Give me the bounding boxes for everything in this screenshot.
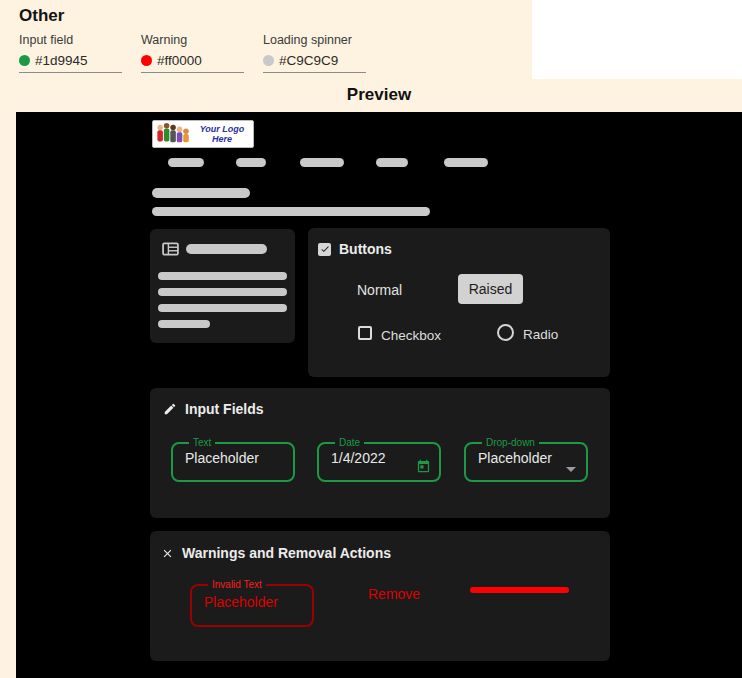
preview-panel: Your Logo Here — [16, 112, 742, 678]
radio-label: Radio — [523, 327, 558, 342]
table-title-skeleton — [186, 244, 267, 254]
other-section-title: Other — [19, 6, 64, 26]
warnings-card-title: Warnings and Removal Actions — [182, 545, 391, 561]
color-dot-icon[interactable] — [263, 55, 274, 66]
buttons-card: Buttons Normal Raised Checkbox Radio — [308, 228, 610, 377]
nav-skeleton-pill — [376, 158, 408, 167]
color-field-label: Input field — [19, 33, 122, 47]
nav-skeleton-pill — [236, 158, 266, 167]
top-right-panel — [532, 0, 742, 79]
buttons-card-title: Buttons — [339, 241, 392, 257]
normal-button[interactable]: Normal — [357, 282, 402, 298]
logo-text: Your Logo Here — [193, 124, 253, 144]
dropdown-input-label: Drop-down — [482, 438, 539, 448]
heading-skeleton-line — [152, 188, 250, 198]
input-fields-card-title: Input Fields — [185, 401, 264, 417]
pencil-icon — [163, 402, 177, 416]
color-field-loading-spinner[interactable]: Loading spinner #C9C9C9 — [263, 33, 366, 73]
color-dot-icon[interactable] — [141, 55, 152, 66]
invalid-text-input-value[interactable]: Placeholder — [204, 594, 312, 610]
subheading-skeleton-line — [152, 207, 430, 216]
checkbox-unchecked[interactable] — [358, 326, 372, 340]
text-input[interactable]: Text Placeholder — [171, 438, 295, 482]
color-dot-icon[interactable] — [19, 55, 30, 66]
people-clipart-icon — [155, 122, 193, 146]
nav-skeleton-pill — [300, 158, 344, 167]
chevron-down-icon[interactable] — [566, 467, 576, 472]
remove-link[interactable]: Remove — [368, 586, 420, 602]
color-field-label: Loading spinner — [263, 33, 366, 47]
invalid-text-input[interactable]: Invalid Text Placeholder — [190, 580, 314, 627]
table-row-skeleton — [158, 320, 210, 328]
warning-progress-bar — [470, 587, 569, 593]
table-row-skeleton — [158, 272, 287, 280]
color-hex-value[interactable]: #1d9945 — [35, 53, 88, 68]
your-logo-image: Your Logo Here — [152, 120, 254, 148]
theme-editor-page: Other Input field #1d9945 Warning #ff000… — [0, 0, 742, 678]
input-fields-card: Input Fields Text Placeholder Date 1/4/2… — [150, 388, 610, 518]
close-icon — [161, 547, 174, 560]
calendar-icon[interactable] — [416, 459, 431, 474]
color-field-label: Warning — [141, 33, 244, 47]
radio-button[interactable] — [497, 324, 514, 341]
table-skeleton-card — [150, 229, 295, 343]
date-input[interactable]: Date 1/4/2022 — [317, 438, 441, 482]
preview-heading: Preview — [16, 85, 742, 105]
color-field-input-field[interactable]: Input field #1d9945 — [19, 33, 122, 73]
date-input-label: Date — [335, 438, 364, 448]
warnings-card: Warnings and Removal Actions Invalid Tex… — [150, 531, 610, 661]
table-row-skeleton — [158, 288, 287, 296]
color-hex-value[interactable]: #C9C9C9 — [279, 53, 338, 68]
raised-button[interactable]: Raised — [458, 274, 523, 304]
checkbox-label: Checkbox — [381, 328, 441, 343]
dropdown-input[interactable]: Drop-down Placeholder — [464, 438, 588, 482]
nav-skeleton-pill — [168, 158, 204, 167]
dropdown-input-value[interactable]: Placeholder — [478, 450, 586, 466]
checkbox-checked-icon — [318, 243, 331, 256]
text-input-label: Text — [189, 438, 215, 448]
text-input-value[interactable]: Placeholder — [185, 450, 293, 466]
color-hex-value[interactable]: #ff0000 — [157, 53, 202, 68]
nav-skeleton-pill — [444, 158, 488, 167]
invalid-text-input-label: Invalid Text — [208, 580, 266, 590]
table-row-skeleton — [158, 304, 287, 312]
table-icon — [162, 242, 179, 256]
color-field-warning[interactable]: Warning #ff0000 — [141, 33, 244, 73]
